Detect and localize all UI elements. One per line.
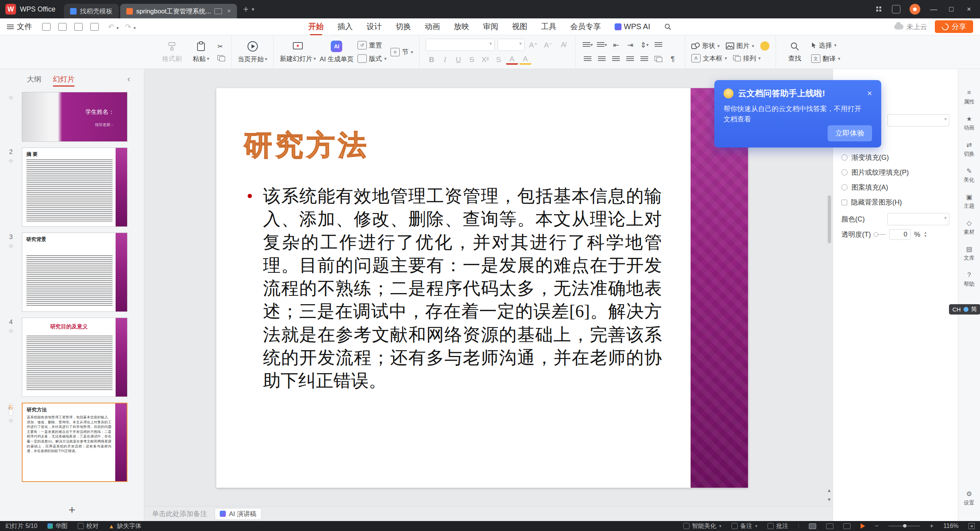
select-button[interactable]: 选择▾ xyxy=(811,41,840,50)
indent-increase-icon[interactable]: ⇥ xyxy=(624,39,636,50)
sidebar-item-help[interactable]: ?帮助 xyxy=(964,271,975,288)
sidebar-item-settings[interactable]: ⚙设置 xyxy=(964,490,975,506)
close-notification-icon[interactable]: × xyxy=(867,88,872,98)
distribute-icon[interactable] xyxy=(639,54,650,64)
slide-thumbnail-2[interactable]: 摘 要 xyxy=(22,148,127,227)
increase-font-icon[interactable]: A⁺ xyxy=(528,39,539,50)
italic-icon[interactable]: I xyxy=(439,54,451,65)
arrange-button[interactable]: 排列▾ xyxy=(733,54,761,63)
emoji-shape-icon[interactable] xyxy=(760,41,769,51)
proofread-button[interactable]: 校对 xyxy=(78,522,99,530)
transparency-stepper[interactable]: ▲▼ xyxy=(924,231,927,238)
cloud-sync-status[interactable]: 未上云 xyxy=(894,22,927,31)
zoom-out-icon[interactable]: − xyxy=(875,523,879,529)
align-center-icon[interactable] xyxy=(596,54,608,64)
font-size-select[interactable] xyxy=(498,39,524,51)
apps-grid-icon[interactable] xyxy=(875,5,883,13)
paragraph-settings-icon[interactable]: ¶ xyxy=(667,54,679,64)
copy-button[interactable] xyxy=(217,55,225,61)
ribbon-search[interactable] xyxy=(664,18,671,35)
window-split-icon[interactable] xyxy=(892,5,900,13)
tab-home[interactable]: 开始 xyxy=(309,18,324,35)
tab-insert[interactable]: 插入 xyxy=(338,18,353,35)
zoom-slider[interactable] xyxy=(889,526,920,526)
share-button[interactable]: 分享 xyxy=(935,20,973,33)
highlight-color-icon[interactable]: A xyxy=(519,55,531,65)
current-slide[interactable]: 研究方法 该系统能有效地管理工资管理，包括基本信息的输入、添加、修改、删除、查询… xyxy=(216,88,748,488)
tab-tools[interactable]: 工具 xyxy=(541,18,557,35)
section-button[interactable]: ≡节▾ xyxy=(390,48,413,56)
reset-slide-button[interactable]: ↺重置 xyxy=(358,41,387,50)
minimize-button[interactable]: — xyxy=(929,5,938,13)
file-menu-button[interactable]: 文件 xyxy=(7,21,32,32)
sidebar-item-theme[interactable]: ▣主题 xyxy=(964,193,975,210)
bullet-list-icon[interactable]: ▾ xyxy=(582,39,594,50)
slide-body-text[interactable]: 该系统能有效地管理工资管理，包括基本信息的输入、添加、修改、删除、查询等。本文从… xyxy=(263,185,662,392)
sidebar-item-beautify[interactable]: ✎美化 xyxy=(964,167,975,184)
next-slide-icon[interactable]: ▼ xyxy=(827,497,831,502)
export-icon[interactable] xyxy=(74,23,83,31)
tab-outline[interactable]: 大纲 xyxy=(27,69,41,90)
tab-wps-ai[interactable]: WPS AI xyxy=(615,18,650,35)
play-slideshow-button[interactable] xyxy=(861,523,865,529)
collapse-panel-icon[interactable]: ‹ xyxy=(127,74,130,84)
decrease-font-icon[interactable]: A⁻ xyxy=(542,39,554,50)
font-family-select[interactable] xyxy=(426,39,495,51)
fill-type-select[interactable] xyxy=(887,114,949,126)
tab-member[interactable]: 会员专享 xyxy=(570,18,601,35)
tab-view[interactable]: 视图 xyxy=(512,18,528,35)
normal-view-button[interactable] xyxy=(809,523,816,529)
template-name-button[interactable]: 华图 xyxy=(47,522,68,530)
sidebar-item-properties[interactable]: ≡属性 xyxy=(964,89,975,105)
close-button[interactable]: × xyxy=(965,5,973,13)
favorite-star-icon[interactable]: ☆ xyxy=(8,243,13,249)
text-direction-icon[interactable] xyxy=(653,39,665,50)
slide-thumbnail-5[interactable]: 研究方法 该系统能有效地管理工资管理，包括基本信息的输入、添加、修改、删除、查询… xyxy=(22,403,127,482)
find-button[interactable]: 查找 xyxy=(782,41,807,63)
tab-transition[interactable]: 切换 xyxy=(396,18,411,35)
wps-logo-icon[interactable]: W xyxy=(5,4,16,15)
transparency-input[interactable]: 0 xyxy=(889,229,911,240)
line-spacing-icon[interactable]: ⇕▾ xyxy=(639,39,650,50)
doc-tab-template-store[interactable]: 找稻壳模板 xyxy=(64,4,119,18)
slide-sorter-view-button[interactable] xyxy=(826,523,833,529)
tab-list-caret-icon[interactable]: ▾ xyxy=(252,6,254,12)
slide-title[interactable]: 研究方法 xyxy=(244,131,369,159)
slide-thumbnail-1[interactable]: 学生姓名： 指导老师： xyxy=(22,92,127,142)
try-now-button[interactable]: 立即体验 xyxy=(828,125,872,141)
align-left-icon[interactable] xyxy=(582,54,594,64)
tab-design[interactable]: 设计 xyxy=(367,18,382,35)
align-right-icon[interactable] xyxy=(610,54,622,64)
superscript-icon[interactable]: X² xyxy=(479,54,491,65)
pattern-fill-option[interactable]: 图案填充(A) xyxy=(841,183,949,192)
comments-button[interactable]: 批注 xyxy=(768,522,789,530)
slider-thumb[interactable] xyxy=(874,232,878,237)
previous-slide-icon[interactable]: ▲ xyxy=(827,488,831,493)
play-from-current-button[interactable]: 当页开始▾ xyxy=(238,41,267,64)
new-slide-button[interactable]: 新建幻灯片▾ xyxy=(280,41,316,63)
add-slide-button[interactable]: + xyxy=(0,499,144,521)
favorite-star-icon[interactable]: ☆ xyxy=(8,94,13,101)
bold-icon[interactable]: B xyxy=(426,54,438,65)
tab-slides[interactable]: 幻灯片 xyxy=(53,69,75,90)
clear-format-icon[interactable]: A̸ xyxy=(557,39,569,50)
layout-button[interactable]: 版式▾ xyxy=(358,54,387,63)
picture-button[interactable]: 图片▾ xyxy=(726,41,754,50)
hide-background-graphics-option[interactable]: 隐藏背景图形(H) xyxy=(841,198,949,206)
ai-speech-button[interactable]: AI 演讲稿 xyxy=(215,508,261,520)
notes-placeholder[interactable]: 单击此处添加备注 xyxy=(152,509,207,518)
picture-texture-fill-option[interactable]: 图片或纹理填充(P) xyxy=(841,168,949,177)
zoom-in-icon[interactable]: + xyxy=(930,523,933,529)
close-tab-icon[interactable]: × xyxy=(227,7,231,15)
avatar[interactable]: ☻ xyxy=(910,4,920,15)
gradient-fill-option[interactable]: 渐变填充(G) xyxy=(841,153,949,162)
doc-tab-presentation[interactable]: springboot工资管理系统... × xyxy=(120,4,237,18)
preview-icon[interactable] xyxy=(90,23,99,31)
tab-slideshow[interactable]: 放映 xyxy=(454,18,469,35)
new-tab-button[interactable]: + xyxy=(243,4,248,15)
transparency-slider[interactable] xyxy=(874,234,886,235)
ime-indicator[interactable]: CH 简 xyxy=(949,304,980,315)
format-painter-button[interactable]: 格式刷 xyxy=(159,41,185,63)
favorite-star-icon[interactable]: ☆ xyxy=(8,417,13,424)
shapes-button[interactable]: 形状▾ xyxy=(691,41,720,50)
